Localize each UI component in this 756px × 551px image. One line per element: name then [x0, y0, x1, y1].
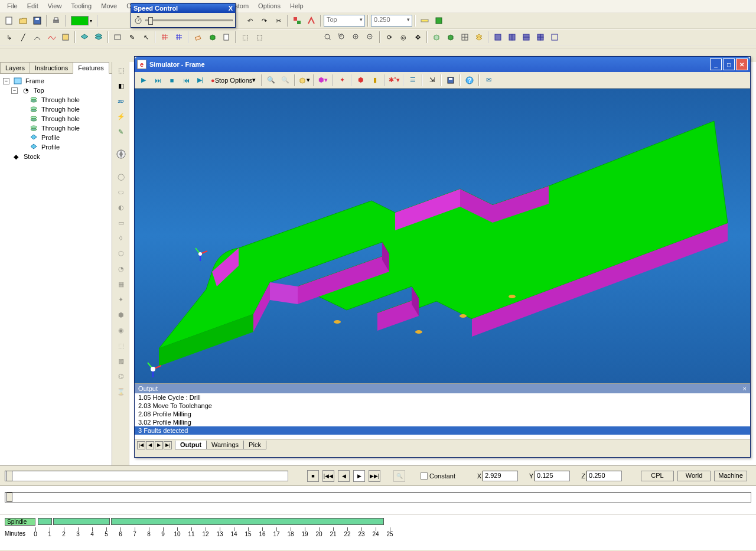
vtool-2-icon[interactable]: ◧ — [114, 79, 128, 93]
zoom-in-icon[interactable] — [350, 31, 363, 44]
tree-through-hole-4[interactable]: Through hole — [1, 123, 110, 133]
vtool-5-icon[interactable]: ✎ — [114, 125, 128, 139]
spindle-bar-1[interactable] — [38, 518, 52, 525]
rotate-icon[interactable]: ⟳ — [383, 31, 396, 44]
arrow-icon[interactable]: ↳ — [2, 31, 15, 44]
maximize-button[interactable]: □ — [723, 58, 735, 70]
save-icon[interactable] — [31, 14, 44, 27]
tab-next-icon[interactable]: ▶ — [155, 441, 163, 449]
generic2-icon[interactable]: ⬚ — [253, 31, 266, 44]
zoom-window-icon[interactable] — [335, 31, 348, 44]
gap-thumb[interactable] — [6, 493, 12, 502]
line-icon[interactable]: ╱ — [17, 31, 30, 44]
tree-profile-2[interactable]: Profile — [1, 142, 110, 152]
x-value[interactable]: 2.929 — [483, 471, 518, 481]
gen7-icon[interactable]: ⇲ — [425, 74, 438, 87]
simulator-titlebar[interactable]: e Simulator - Frame _ □ ✕ — [135, 57, 750, 72]
menu-help[interactable]: Help — [285, 1, 308, 11]
menu-edit[interactable]: Edit — [22, 1, 43, 11]
collapse-icon[interactable]: − — [3, 78, 9, 84]
mode-world-button[interactable]: World — [677, 471, 711, 481]
nav-stop-icon[interactable]: ■ — [307, 470, 319, 482]
tab-layers[interactable]: Layers — [0, 62, 30, 73]
mode-machine-button[interactable]: Machine — [714, 471, 747, 481]
vtool-4-icon[interactable]: ⚡ — [114, 109, 128, 123]
vp1-icon[interactable] — [491, 31, 504, 44]
tree-root[interactable]: − Frame — [1, 76, 110, 86]
gen5-icon[interactable]: ✱"▾ — [387, 74, 400, 87]
tab-last-icon[interactable]: ▶| — [164, 441, 172, 449]
undo-icon[interactable]: ↶ — [243, 14, 256, 27]
tree-through-hole-2[interactable]: Through hole — [1, 105, 110, 114]
zoom-fit-icon[interactable] — [321, 31, 334, 44]
new-icon[interactable] — [2, 14, 15, 27]
hatch-icon[interactable] — [59, 31, 72, 44]
rewind-icon[interactable]: ⏮ — [180, 74, 193, 87]
tree-profile-1[interactable]: Profile — [1, 133, 110, 142]
output-tab-output[interactable]: Output — [175, 441, 207, 449]
vp4-icon[interactable] — [534, 31, 547, 44]
size-dropdown[interactable]: 0.250 — [371, 15, 412, 27]
mesh-icon[interactable] — [458, 31, 471, 44]
spindle-bar-2[interactable] — [53, 518, 110, 525]
gap-slider[interactable] — [5, 492, 751, 503]
constant-checkbox[interactable]: Constant — [421, 472, 455, 480]
mail-icon[interactable]: ✉ — [482, 74, 495, 87]
play-icon[interactable]: ▶ — [137, 74, 150, 87]
nav-last-icon[interactable]: ▶▶| — [369, 470, 380, 482]
mode-cpl-button[interactable]: CPL — [641, 471, 674, 481]
spline-icon[interactable] — [45, 31, 58, 44]
pan-icon[interactable]: ✥ — [411, 31, 424, 44]
nav-zoom-icon[interactable]: 🔍 — [393, 470, 405, 482]
rect-icon[interactable] — [111, 31, 124, 44]
vp2-icon[interactable] — [506, 31, 519, 44]
nav-next-icon[interactable]: ▶ — [353, 470, 365, 482]
output-row[interactable]: 3.02 Profile Milling — [135, 418, 750, 426]
output-tab-pick[interactable]: Pick — [243, 441, 266, 449]
tool-a-icon[interactable] — [291, 14, 304, 27]
vtool-3-icon[interactable]: 2D — [114, 94, 128, 108]
tab-features[interactable]: Features — [73, 62, 109, 74]
menu-options[interactable]: Options — [253, 1, 285, 11]
speed-slider[interactable] — [145, 19, 233, 21]
nav-first-icon[interactable]: |◀◀ — [322, 470, 334, 482]
zoom-out-icon[interactable] — [364, 31, 377, 44]
redo-icon[interactable]: ↷ — [258, 14, 271, 27]
view-dropdown[interactable]: Top — [324, 15, 365, 27]
gen2-icon[interactable]: ✦ — [335, 74, 348, 87]
menu-tooling[interactable]: Tooling — [66, 1, 96, 11]
output-row[interactable]: 1.05 Hole Cycle : Drill — [135, 393, 750, 402]
output-close-icon[interactable]: × — [743, 385, 747, 392]
menu-file[interactable]: File — [2, 1, 22, 11]
tree-through-hole-1[interactable]: Through hole — [1, 95, 110, 105]
doc-icon[interactable] — [220, 31, 233, 44]
gen4-icon[interactable]: ▮ — [369, 74, 382, 87]
output-list[interactable]: 1.05 Hole Cycle : Drill 2.03 Move To Too… — [135, 393, 750, 439]
tree-through-hole-3[interactable]: Through hole — [1, 114, 110, 123]
solid1-icon[interactable] — [430, 31, 443, 44]
output-row[interactable]: 2.03 Move To Toolchange — [135, 402, 750, 410]
measure-icon[interactable] — [418, 14, 431, 27]
tab-prev-icon[interactable]: ◀ — [146, 441, 154, 449]
zoom-fit2-icon[interactable]: 🔍 — [265, 74, 278, 87]
speed-control-close[interactable]: X — [229, 5, 233, 12]
vtool-1-icon[interactable]: ⬚ — [114, 63, 128, 77]
help-icon[interactable]: ? — [463, 74, 476, 87]
open-icon[interactable] — [17, 14, 30, 27]
output-row-selected[interactable]: 3 Faults detected — [135, 426, 750, 435]
solid2-icon[interactable] — [444, 31, 457, 44]
simulator-viewport[interactable] — [135, 89, 750, 383]
layers-icon[interactable] — [472, 31, 485, 44]
cut-icon[interactable]: ✂ — [272, 14, 285, 27]
stop-options-button[interactable]: ● Stop Options ▾ — [208, 74, 259, 87]
close-button[interactable]: ✕ — [736, 58, 748, 70]
grid2-icon[interactable] — [172, 31, 185, 44]
vtool-6-icon[interactable] — [114, 147, 128, 161]
print-icon[interactable] — [50, 14, 63, 27]
tab-instructions[interactable]: Instructions — [30, 62, 73, 73]
collapse-icon[interactable]: − — [11, 87, 18, 94]
spindle-bar-3[interactable] — [111, 518, 384, 525]
slider-thumb[interactable] — [148, 17, 153, 25]
brush-icon[interactable]: ✎ — [125, 31, 138, 44]
eraser-icon[interactable] — [191, 31, 204, 44]
